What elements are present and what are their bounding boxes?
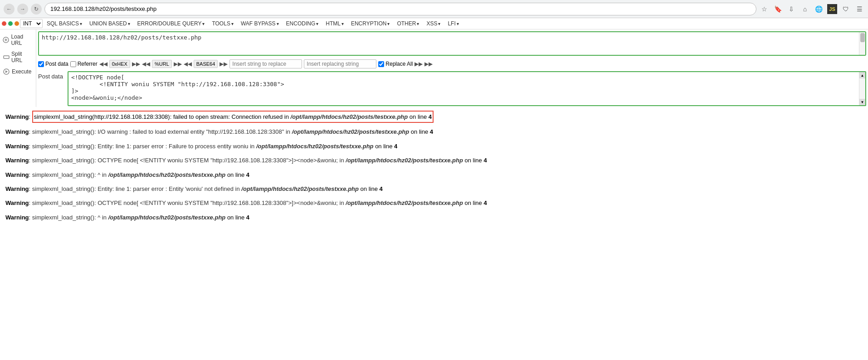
- post-data-scrollbar: ▲ ▼: [859, 72, 865, 105]
- address-bar[interactable]: [44, 3, 756, 15]
- warning-text-1: :: [29, 113, 32, 120]
- warning-online-6: on line: [359, 185, 380, 192]
- base64-label: BASE64: [196, 61, 215, 67]
- warning-path-1: /opt/lampp/htdocs/hz02/posts/testxxe.php: [291, 113, 408, 120]
- sidebar-item-load-url[interactable]: Load URL: [0, 31, 36, 49]
- js-icon[interactable]: JS: [827, 4, 837, 14]
- options-row: Post data Referrer ◀◀ 0xHEX ▶▶ ◀◀ %URL ▶…: [36, 58, 868, 70]
- toolbar-other[interactable]: OTHER: [394, 19, 422, 28]
- hex-button[interactable]: 0xHEX: [109, 60, 130, 68]
- warning-line-4: Warning: simplexml_load_string(): OCTYPE…: [5, 155, 863, 165]
- post-data-check-input[interactable]: [38, 61, 44, 67]
- toolbar-error-double[interactable]: ERROR/DOUBLE QUERY: [134, 19, 208, 28]
- warning-text-4: : simplexml_load_string(): OCTYPE node[ …: [29, 157, 346, 164]
- warning-highlighted-1: simplexml_load_string(http://192.168.108…: [32, 111, 434, 123]
- warning-text-3: : simplexml_load_string(): Entity: line …: [29, 143, 256, 150]
- url-button[interactable]: %URL: [152, 60, 172, 68]
- warning-line-2: Warning: simplexml_load_string(): I/O wa…: [5, 126, 863, 137]
- url-input[interactable]: http://192.168.108.128/hz02/posts/testxx…: [39, 32, 859, 55]
- warning-line-num-6: 4: [380, 185, 383, 192]
- sidebar-item-execute[interactable]: Execute: [0, 66, 36, 78]
- warning-line-num-2: 4: [430, 128, 433, 135]
- back-button[interactable]: ←: [4, 4, 15, 15]
- warning-line-num-5: 4: [246, 171, 249, 178]
- warning-online-7: on line: [463, 199, 484, 206]
- warning-path-8: /opt/lampp/htdocs/hz02/posts/testxxe.php: [108, 214, 226, 221]
- toolbar-encoding[interactable]: ENCODING: [283, 19, 322, 28]
- warning-online-3: on line: [374, 143, 395, 150]
- int-select[interactable]: INT STR: [20, 19, 43, 28]
- reload-button[interactable]: ↻: [31, 4, 42, 15]
- toolbar-xss[interactable]: XSS: [423, 19, 444, 28]
- warnings-area: Warning: simplexml_load_string(http://19…: [0, 107, 868, 230]
- replace-all-check-input[interactable]: [378, 61, 384, 67]
- warning-label-1: Warning: [5, 113, 29, 120]
- execute-icon: [3, 68, 10, 75]
- warning-path-7: /opt/lampp/htdocs/hz02/posts/testxxe.php: [346, 199, 463, 206]
- warning-text-6: : simplexml_load_string(): Entity: line …: [29, 185, 242, 192]
- star-icon[interactable]: ☆: [759, 4, 769, 14]
- insert-replacing-input[interactable]: [304, 59, 376, 68]
- post-data-checkbox[interactable]: Post data: [38, 61, 68, 67]
- download-icon[interactable]: ⇩: [786, 4, 796, 14]
- referrer-checkbox[interactable]: Referrer: [70, 61, 98, 67]
- post-data-editor: <!DOCTYPE node[ <!ENTITY woniu SYSTEM "h…: [68, 71, 866, 106]
- insert-string-input[interactable]: [229, 59, 302, 68]
- toolbar-tools[interactable]: TOOLS: [209, 19, 236, 28]
- toolbar-encryption[interactable]: ENCRYPTION: [348, 19, 393, 28]
- toolbar-sql-basics[interactable]: SQL BASICS: [44, 19, 85, 28]
- warning-path-6: /opt/lampp/htdocs/hz02/posts/testxxe.php: [241, 185, 359, 192]
- arrow-left-1: ◀◀: [99, 61, 107, 67]
- browser-icons: ☆ 🔖 ⇩ ⌂ 🌐 JS 🛡 ☰: [759, 4, 864, 14]
- warning-path-3: /opt/lampp/htdocs/hz02/posts/testxxe.php: [256, 143, 374, 150]
- url-scrollbar: [859, 32, 865, 55]
- referrer-check-label: Referrer: [78, 61, 98, 67]
- warning-text-2: : simplexml_load_string(): I/O warning :…: [29, 128, 292, 135]
- toolbar-html[interactable]: HTML: [322, 19, 347, 28]
- left-sidebar: Load URL Split URL Execute: [0, 29, 36, 107]
- warning-line-num-3: 4: [394, 143, 397, 150]
- warning-line-6: Warning: simplexml_load_string(): Entity…: [5, 184, 863, 194]
- replace-all-checkbox[interactable]: Replace All: [378, 61, 413, 67]
- home-icon[interactable]: ⌂: [800, 4, 810, 14]
- warning-line-num-1: 4: [429, 113, 432, 120]
- load-url-label: Load URL: [11, 34, 33, 46]
- arrow-right-5: ▶▶: [424, 61, 433, 67]
- arrow-right-1: ▶▶: [132, 61, 140, 67]
- scroll-up-btn[interactable]: ▲: [859, 72, 865, 78]
- url-label: %URL: [155, 61, 169, 67]
- toolbar-union-based[interactable]: UNION BASED: [86, 19, 133, 28]
- warning-path-4: /opt/lampp/htdocs/hz02/posts/testxxe.php: [346, 157, 463, 164]
- warning-line-num-7: 4: [483, 199, 487, 206]
- bookmark-icon[interactable]: 🔖: [773, 4, 783, 14]
- warning-text-7: : simplexml_load_string(): OCTYPE node[ …: [29, 199, 346, 206]
- split-url-icon: [3, 54, 10, 61]
- warning-online-8: on line: [225, 214, 246, 221]
- arrow-left-3: ◀◀: [184, 61, 192, 67]
- replace-all-label: Replace All: [385, 61, 413, 67]
- referrer-check-input[interactable]: [70, 61, 76, 67]
- warning-label-8: Warning: [5, 214, 29, 221]
- shield-icon[interactable]: 🛡: [841, 4, 851, 14]
- menu-icon[interactable]: ☰: [854, 4, 864, 14]
- warning-label-2: Warning: [5, 128, 29, 135]
- warning-line-7: Warning: simplexml_load_string(): OCTYPE…: [5, 198, 863, 208]
- post-data-row: Post data <!DOCTYPE node[ <!ENTITY woniu…: [38, 71, 866, 106]
- warning-online-5: on line: [225, 171, 246, 178]
- post-data-textarea[interactable]: <!DOCTYPE node[ <!ENTITY woniu SYSTEM "h…: [68, 72, 865, 104]
- post-data-check-label: Post data: [45, 61, 68, 67]
- toolbar-waf-bypass[interactable]: WAF BYPASS: [238, 19, 282, 28]
- warning-path-5: /opt/lampp/htdocs/hz02/posts/testxxe.php: [108, 171, 226, 178]
- globe-icon[interactable]: 🌐: [814, 4, 824, 14]
- forward-button[interactable]: →: [17, 4, 28, 15]
- execute-label: Execute: [12, 68, 31, 75]
- warning-content-1: simplexml_load_string(http://192.168.108…: [34, 113, 291, 120]
- toolbar-lfi[interactable]: LFI: [444, 19, 462, 28]
- sidebar-item-split-url[interactable]: Split URL: [0, 49, 36, 66]
- warning-line-num-8: 4: [246, 214, 249, 221]
- warning-path-2: /opt/lampp/htdocs/hz02/posts/testxxe.php: [292, 128, 410, 135]
- url-scroll-thumb: [860, 33, 865, 42]
- scroll-down-btn[interactable]: ▼: [859, 99, 865, 105]
- warning-label-5: Warning: [5, 171, 29, 178]
- base64-button[interactable]: BASE64: [194, 60, 218, 68]
